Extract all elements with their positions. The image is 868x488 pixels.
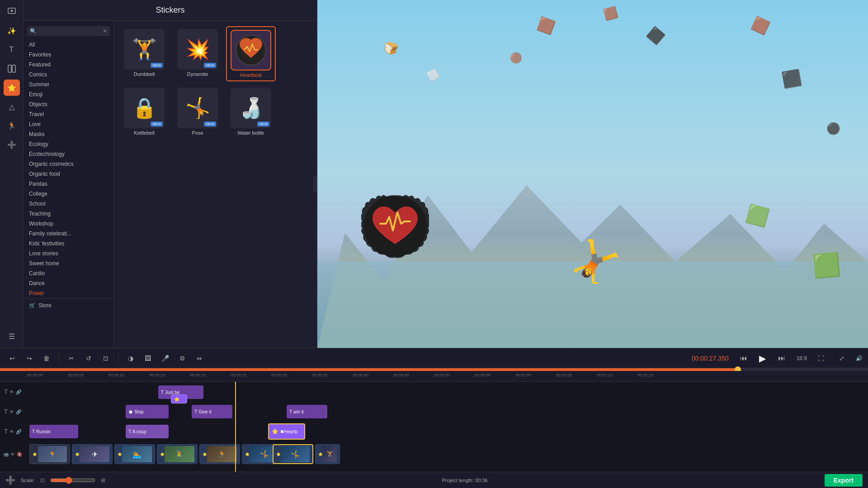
project-length: Project length: 00:36 xyxy=(442,478,488,483)
cat-emoji[interactable]: Emoji xyxy=(24,89,113,99)
video-clip-4[interactable]: ⭐ 🚴 xyxy=(157,444,198,464)
cat-organic-cosmetics[interactable]: Organic cosmetics xyxy=(24,159,113,169)
cat-cardio[interactable]: Cardio xyxy=(24,268,113,278)
cat-dance[interactable]: Dance xyxy=(24,278,113,288)
svg-marker-1 xyxy=(11,9,14,12)
heartbeat-sticker-overlay xyxy=(361,192,429,261)
search-bar: 🔍 ✕ xyxy=(27,26,110,36)
cat-workshop[interactable]: Workshop xyxy=(24,219,113,229)
toolbar-sep-1 xyxy=(59,353,59,364)
cat-love[interactable]: Love xyxy=(24,119,113,129)
sticker-heartbeat[interactable]: Heartbeat xyxy=(226,26,276,81)
mic-button[interactable]: 🎤 xyxy=(158,352,172,365)
sticker-grid: 🏋️ NEW Dumbbell 💥 NEW Dynamite xyxy=(114,21,317,144)
toolbar-transitions-icon[interactable] xyxy=(4,61,20,77)
toolbar-stickers-icon[interactable]: ⭐ xyxy=(4,80,20,96)
export-button[interactable]: Export xyxy=(825,474,863,487)
cat-college[interactable]: College xyxy=(24,189,113,199)
cat-ecotechnology[interactable]: Ecotechnology xyxy=(24,149,113,159)
cat-comics[interactable]: Comics xyxy=(24,70,113,80)
cat-masks[interactable]: Masks xyxy=(24,129,113,139)
cat-sweet-home[interactable]: Sweet home xyxy=(24,258,113,268)
video-clip-5[interactable]: ⭐ 🏃 xyxy=(199,444,240,464)
adjust-button[interactable]: ⇔ xyxy=(193,352,206,365)
expand-button[interactable]: ⤢ xyxy=(835,352,849,365)
sticker-dynamite[interactable]: 💥 NEW Dynamite xyxy=(173,26,222,81)
toolbar-sep-2 xyxy=(118,353,118,364)
color-button[interactable]: ◑ xyxy=(124,352,137,365)
image-button[interactable]: 🖼 xyxy=(141,352,155,365)
timeline-tracks-wrap: T 👁 🔗 T Just be ⭐ T 👁 🔗 xyxy=(0,382,868,472)
video-clip-3[interactable]: ⭐ 🏊 xyxy=(114,444,155,464)
cat-travel[interactable]: Travel xyxy=(24,109,113,119)
toolbar-titles-icon[interactable]: T xyxy=(4,42,20,58)
sticker-kettlebell-thumb: 🔒 NEW xyxy=(124,88,165,128)
cat-power[interactable]: Power xyxy=(24,288,113,298)
store-button[interactable]: 🛒 Store xyxy=(24,298,113,312)
clip-runnin[interactable]: T Runnin xyxy=(29,425,78,438)
volume-control: 🔊 xyxy=(856,355,863,361)
bottom-controls: ➕ Scale: ⊡ ⊞ Project length: 00:36 Expor… xyxy=(0,472,868,488)
sticker-dumbbell-label: Dumbbell xyxy=(134,71,155,77)
track-label-text-2: T 👁 🔗 xyxy=(1,408,24,415)
cat-featured[interactable]: Featured xyxy=(24,60,113,70)
clip-win-ti[interactable]: T win ti xyxy=(287,405,327,418)
sticker-dumbbell[interactable]: 🏋️ NEW Dumbbell xyxy=(119,26,169,81)
preview-area: 🟫 🟫 ⬛ 🟤 🍞 ⬜ 🟫 ⬛ ⚫ 🟩 🟩 🤸 xyxy=(317,0,868,348)
redo-button[interactable]: ↪ xyxy=(23,352,36,365)
track-label-text-3: T 👁 🔗 xyxy=(1,428,24,435)
sticker-pose[interactable]: 🤸 NEW Pose xyxy=(173,85,222,138)
close-icon[interactable]: ✕ xyxy=(103,28,107,34)
svg-rect-3 xyxy=(12,65,15,72)
cat-family[interactable]: Family celebrati... xyxy=(24,229,113,239)
clip-give-it[interactable]: T Give it xyxy=(192,405,232,418)
track-label-text: T 👁 🔗 xyxy=(1,388,24,395)
cat-organic-food[interactable]: Organic food xyxy=(24,169,113,179)
collapse-panel-arrow[interactable]: ‹ xyxy=(313,176,317,192)
undo-button[interactable]: ↩ xyxy=(5,352,19,365)
toolbar-add-icon[interactable]: ➕ xyxy=(4,136,20,153)
sticker-pose-thumb: 🤸 NEW xyxy=(177,88,218,128)
toolbar-media-icon[interactable] xyxy=(4,4,20,20)
add-track-button[interactable]: ➕ xyxy=(5,475,15,485)
crop-button[interactable]: ⊡ xyxy=(99,352,113,365)
play-pause-button[interactable]: ▶ xyxy=(755,351,770,366)
toolbar-effects-icon[interactable]: ✨ xyxy=(4,23,20,39)
fast-forward-button[interactable]: ⏭ xyxy=(774,351,789,366)
store-icon: 🛒 xyxy=(29,302,36,309)
cut-button[interactable]: ✂ xyxy=(65,352,78,365)
clip-heartb[interactable]: ⭐ ⏹ Heartb xyxy=(268,423,305,440)
settings-button[interactable]: ⚙ xyxy=(175,352,189,365)
cat-school[interactable]: School xyxy=(24,199,113,209)
cat-favorites[interactable]: Favorites xyxy=(24,50,113,60)
search-input[interactable] xyxy=(38,28,103,34)
cat-love-stories[interactable]: Love stories xyxy=(24,249,113,258)
scale-min-icon: ⊡ xyxy=(40,477,45,483)
cat-summer[interactable]: Summer xyxy=(24,80,113,89)
toolbar-shapes-icon[interactable]: △ xyxy=(4,99,20,115)
rotate-button[interactable]: ↺ xyxy=(82,352,95,365)
sticker-dynamite-label: Dynamite xyxy=(187,71,208,77)
cat-ecology[interactable]: Ecology xyxy=(24,139,113,149)
clip-a-coup-2[interactable]: T A coup xyxy=(126,425,169,438)
cat-all[interactable]: All xyxy=(24,40,113,50)
track-label-video: 📹 👁 🔇 xyxy=(1,452,24,457)
toolbar-sports-icon[interactable]: 🏃 xyxy=(4,117,20,134)
fullscreen-button[interactable]: ⛶ xyxy=(814,352,828,365)
cat-pandas[interactable]: Pandas xyxy=(24,179,113,189)
video-clip-2[interactable]: ⭐ ✈ xyxy=(72,444,113,464)
rewind-button[interactable]: ⏮ xyxy=(736,351,751,366)
video-clip-8[interactable]: ⭐ 🏋️ xyxy=(315,444,340,464)
video-clip-7[interactable]: ⭐ 🤸 xyxy=(273,444,313,464)
cat-teaching[interactable]: Teaching xyxy=(24,209,113,219)
cat-kids[interactable]: Kids' festivities xyxy=(24,239,113,249)
sticker-kettlebell[interactable]: 🔒 NEW Kettlebell xyxy=(119,85,169,138)
clip-stop[interactable]: ⏹ Stop xyxy=(126,405,169,418)
playhead[interactable] xyxy=(235,382,236,472)
video-clip-1[interactable]: ⭐ 🏃 xyxy=(29,444,70,464)
cat-objects[interactable]: Objects xyxy=(24,99,113,109)
delete-button[interactable]: 🗑 xyxy=(40,352,53,365)
scale-slider[interactable] xyxy=(50,477,95,484)
sticker-water-bottle[interactable]: 🍶 NEW Water bottle xyxy=(226,85,276,138)
toolbar-menu-icon[interactable]: ☰ xyxy=(4,328,20,344)
